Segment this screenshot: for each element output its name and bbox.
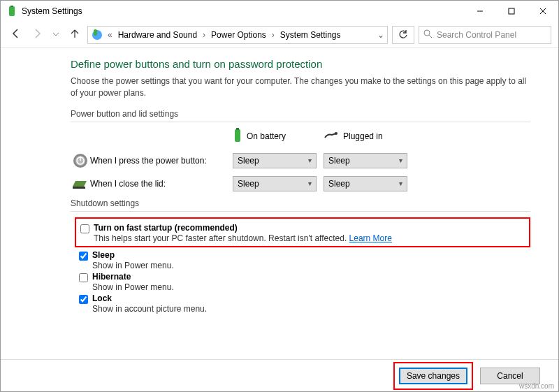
lid-icon [71,177,90,191]
titlebar: System Settings [1,1,558,22]
recent-locations-button[interactable] [50,29,62,41]
navbar: « Hardware and Sound › Power Options › S… [1,22,558,48]
power-button-plugged-select[interactable]: Sleep▾ [324,153,407,168]
battery-icon [233,128,242,145]
close-lid-plugged-select[interactable]: Sleep▾ [324,176,407,191]
address-chevron-icon[interactable]: ⌄ [377,30,384,40]
chevron-right-icon: › [270,30,276,40]
page-heading: Define power buttons and turn on passwor… [71,58,530,70]
lock-label: Lock [92,293,207,303]
content-area: Define power buttons and turn on passwor… [1,48,558,391]
search-placeholder: Search Control Panel [437,30,516,40]
power-button-icon [71,152,90,169]
address-bar[interactable]: « Hardware and Sound › Power Options › S… [87,26,388,44]
breadcrumb-hardware[interactable]: Hardware and Sound [117,30,198,40]
plug-icon [324,131,339,143]
power-button-battery-select[interactable]: Sleep▾ [233,153,317,168]
chevron-right-icon: › [201,30,207,40]
learn-more-link[interactable]: Learn More [349,233,392,243]
divider [71,211,530,212]
save-changes-button[interactable]: Save changes [399,368,467,384]
sleep-description: Show in Power menu. [92,261,174,270]
sleep-label: Sleep [92,250,174,260]
back-button[interactable] [8,27,24,43]
fast-startup-checkbox[interactable] [80,224,89,233]
svg-rect-10 [235,129,240,142]
row-power-button: When I press the power button: Sleep▾ Sl… [71,152,530,169]
control-panel-icon [91,29,103,41]
app-icon [6,6,17,17]
footer-bar: Save changes Cancel [1,359,558,391]
breadcrumb-sep: « [106,30,114,40]
window-title: System Settings [22,6,464,16]
svg-rect-7 [94,29,97,36]
breadcrumb-system-settings[interactable]: System Settings [279,30,342,40]
search-input[interactable]: Search Control Panel [419,26,551,44]
svg-line-9 [429,35,432,38]
close-button[interactable] [527,1,558,22]
maximize-button[interactable] [495,1,527,22]
hibernate-checkbox[interactable] [79,273,88,282]
section-power-button-label: Power button and lid settings [71,109,530,119]
chevron-down-icon: ▾ [399,157,402,164]
search-icon [423,29,433,41]
chevron-down-icon: ▾ [308,180,312,187]
hibernate-label: Hibernate [92,272,174,282]
lock-description: Show in account picture menu. [92,304,207,314]
column-plugged-in: Plugged in [324,131,414,143]
svg-point-12 [335,132,337,135]
chevron-down-icon: ▾ [308,157,312,164]
hibernate-description: Show in Power menu. [92,282,174,292]
refresh-button[interactable] [392,26,414,44]
close-lid-battery-select[interactable]: Sleep▾ [233,176,317,191]
chevron-down-icon: ▾ [399,180,402,187]
sleep-checkbox[interactable] [79,252,88,261]
cancel-button[interactable]: Cancel [480,368,540,384]
fast-startup-description: This helps start your PC faster after sh… [94,233,392,243]
watermark: wsxdn.com [519,382,554,390]
fast-startup-label: Turn on fast startup (recommended) [94,223,392,233]
divider [71,122,530,122]
minimize-button[interactable] [464,1,495,22]
highlight-fast-startup: Turn on fast startup (recommended) This … [75,217,530,247]
page-description: Choose the power settings that you want … [71,75,530,99]
column-on-battery: On battery [233,128,324,145]
svg-rect-17 [73,187,85,189]
highlight-save: Save changes [393,362,473,390]
breadcrumb-power-options[interactable]: Power Options [210,30,268,40]
lock-checkbox[interactable] [79,295,88,304]
svg-rect-0 [9,6,15,16]
forward-button[interactable] [29,27,45,43]
svg-rect-3 [509,8,514,14]
row-close-lid: When I close the lid: Sleep▾ Sleep▾ [71,176,530,191]
svg-rect-1 [10,6,13,7]
section-shutdown-label: Shutdown settings [71,198,530,208]
svg-point-8 [424,30,430,36]
up-button[interactable] [66,27,83,43]
svg-rect-11 [236,128,239,130]
